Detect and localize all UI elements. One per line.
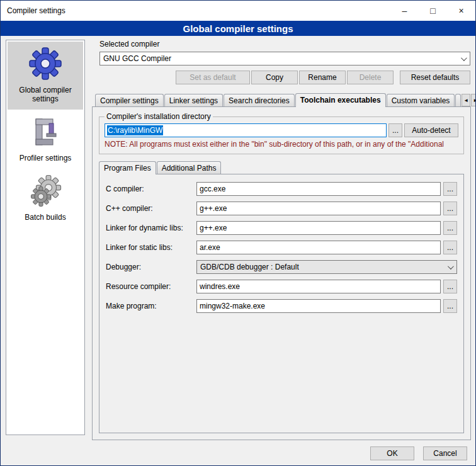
sidebar-item-label: Profiler settings xyxy=(20,154,72,162)
dynamic-linker-input[interactable] xyxy=(196,221,441,235)
debugger-value: GDB/CDB debugger : Default xyxy=(200,263,299,271)
set-as-default-button[interactable]: Set as default xyxy=(176,71,250,84)
rename-button[interactable]: Rename xyxy=(299,71,346,84)
window-controls: – □ × xyxy=(390,1,475,21)
delete-button[interactable]: Delete xyxy=(347,71,394,84)
resource-compiler-input[interactable] xyxy=(196,280,441,293)
installation-directory-value: C:\raylib\MinGW xyxy=(107,125,163,135)
debugger-label: Debugger: xyxy=(106,263,194,271)
tab-search-directories[interactable]: Search directories xyxy=(224,94,295,106)
blue-gear-icon xyxy=(28,47,63,82)
program-files-panel: C compiler: ... C++ compiler: ... Linker… xyxy=(99,174,464,433)
installation-directory-row: C:\raylib\MinGW ... Auto-detect xyxy=(105,123,458,137)
sidebar-item-global-compiler-settings[interactable]: Global compiler settings xyxy=(8,42,83,110)
static-linker-input[interactable] xyxy=(196,241,441,254)
tab-scroll-left-button[interactable]: ◄ xyxy=(462,94,470,106)
tab-build-options[interactable]: Buil xyxy=(455,94,461,106)
subtab-program-files[interactable]: Program Files xyxy=(99,161,156,174)
selected-compiler-select[interactable]: GNU GCC Compiler xyxy=(99,52,470,65)
installation-directory-input[interactable]: C:\raylib\MinGW xyxy=(105,123,387,137)
debugger-row: Debugger: GDB/CDB debugger : Default xyxy=(106,260,457,274)
selected-compiler-value: GNU GCC Compiler xyxy=(103,54,171,63)
tab-custom-variables[interactable]: Custom variables xyxy=(387,94,455,106)
auto-detect-button[interactable]: Auto-detect xyxy=(404,123,458,137)
c-compiler-label: C compiler: xyxy=(106,185,194,193)
reset-defaults-button[interactable]: Reset defaults xyxy=(400,71,470,84)
dynamic-linker-row: Linker for dynamic libs: ... xyxy=(106,221,457,235)
tab-scroll-arrows: ◄ ► xyxy=(462,94,476,106)
make-program-input[interactable] xyxy=(196,299,441,313)
cpp-compiler-browse-button[interactable]: ... xyxy=(443,202,457,215)
titlebar: Compiler settings – □ × xyxy=(1,1,475,21)
note-text: NOTE: All programs must exist either in … xyxy=(105,140,458,149)
tab-toolchain-executables[interactable]: Toolchain executables xyxy=(295,93,386,107)
window-title: Compiler settings xyxy=(1,6,65,15)
copy-button[interactable]: Copy xyxy=(251,71,298,84)
sidebar-item-batch-builds[interactable]: Batch builds xyxy=(8,169,83,228)
static-linker-label: Linker for static libs: xyxy=(106,243,194,252)
clamp-icon xyxy=(28,115,63,150)
debugger-select[interactable]: GDB/CDB debugger : Default xyxy=(196,260,457,274)
page-title: Global compiler settings xyxy=(1,21,475,36)
tab-linker-settings[interactable]: Linker settings xyxy=(164,94,223,106)
dialog-footer: OK Cancel xyxy=(370,446,467,460)
selected-compiler-label: Selected compiler xyxy=(99,40,471,48)
files-subtabbar: Program Files Additional Paths xyxy=(99,161,465,174)
tab-compiler-settings[interactable]: Compiler settings xyxy=(95,94,164,106)
settings-tabbar: Compiler settings Linker settings Search… xyxy=(95,93,471,106)
static-linker-browse-button[interactable]: ... xyxy=(443,241,457,254)
ok-button[interactable]: OK xyxy=(370,446,414,460)
c-compiler-row: C compiler: ... xyxy=(106,182,457,196)
resource-compiler-browse-button[interactable]: ... xyxy=(443,280,457,293)
make-program-label: Make program: xyxy=(106,302,194,310)
maximize-button[interactable]: □ xyxy=(419,1,447,21)
toolchain-panel: Compiler's installation directory C:\ray… xyxy=(92,106,471,440)
resource-compiler-row: Resource compiler: ... xyxy=(106,280,457,293)
cpp-compiler-input[interactable] xyxy=(196,202,441,215)
make-program-row: Make program: ... xyxy=(106,299,457,313)
main-panel: Selected compiler GNU GCC Compiler Set a… xyxy=(92,38,471,465)
static-linker-row: Linker for static libs: ... xyxy=(106,241,457,254)
cpp-compiler-row: C++ compiler: ... xyxy=(106,202,457,215)
dynamic-linker-browse-button[interactable]: ... xyxy=(443,221,457,235)
dynamic-linker-label: Linker for dynamic libs: xyxy=(106,224,194,232)
make-program-browse-button[interactable]: ... xyxy=(443,299,457,313)
cancel-button[interactable]: Cancel xyxy=(423,446,467,460)
dialog-body: Global compiler settings Profiler settin… xyxy=(1,36,475,465)
browse-directory-button[interactable]: ... xyxy=(388,123,402,137)
c-compiler-input[interactable] xyxy=(196,182,441,196)
close-button[interactable]: × xyxy=(447,1,475,21)
cpp-compiler-label: C++ compiler: xyxy=(106,204,194,213)
c-compiler-browse-button[interactable]: ... xyxy=(443,182,457,196)
compiler-settings-window: Compiler settings – □ × Global compiler … xyxy=(0,0,476,466)
tab-scroll-right-button[interactable]: ► xyxy=(471,94,476,106)
spacer xyxy=(99,71,174,84)
installation-directory-title: Compiler's installation directory xyxy=(105,112,213,121)
compiler-actions: Set as default Copy Rename Delete Reset … xyxy=(99,71,470,84)
resource-compiler-label: Resource compiler: xyxy=(106,282,194,291)
minimize-button[interactable]: – xyxy=(390,1,419,21)
installation-directory-group: Compiler's installation directory C:\ray… xyxy=(99,112,464,154)
chevron-down-icon xyxy=(461,55,467,61)
gray-gears-icon xyxy=(28,174,63,209)
sidebar-item-label: Batch builds xyxy=(25,213,65,222)
sidebar: Global compiler settings Profiler settin… xyxy=(6,40,85,435)
chevron-down-icon xyxy=(448,263,454,270)
sidebar-item-profiler-settings[interactable]: Profiler settings xyxy=(8,110,83,169)
subtab-additional-paths[interactable]: Additional Paths xyxy=(157,161,222,174)
sidebar-item-label: Global compiler settings xyxy=(9,86,82,103)
